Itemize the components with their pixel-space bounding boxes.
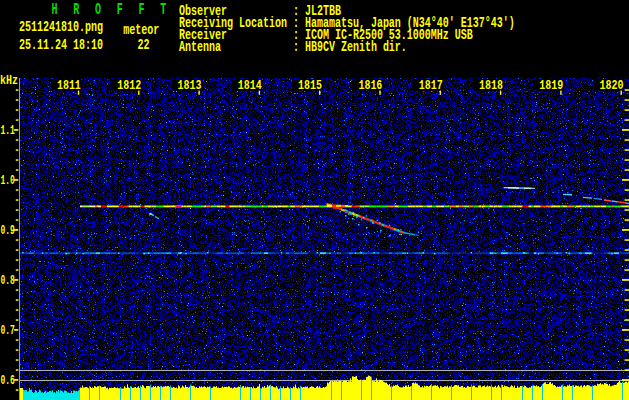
svg-text:25.11.24 18:10: 25.11.24 18:10 (19, 37, 103, 53)
svg-text:1811: 1811 (57, 78, 81, 94)
svg-text:1816: 1816 (358, 78, 382, 94)
svg-text:1812: 1812 (117, 78, 141, 94)
svg-text:2511241810.png: 2511241810.png (19, 19, 103, 35)
svg-text:0.8: 0.8 (1, 274, 15, 287)
svg-text:0.7: 0.7 (1, 324, 15, 337)
svg-text:1817: 1817 (419, 78, 443, 94)
svg-text:kHz: kHz (0, 73, 18, 89)
svg-text:1.1: 1.1 (1, 124, 15, 137)
svg-text:0.9: 0.9 (1, 224, 15, 237)
svg-text:22: 22 (138, 37, 150, 53)
svg-text:1815: 1815 (298, 78, 322, 94)
svg-text:1819: 1819 (539, 78, 563, 94)
svg-text:HROFFT: HROFFT (51, 0, 182, 18)
svg-text:Antenna : HB9CV Zen: Antenna : HB9CV Zenith dir. (179, 40, 407, 56)
svg-text:1.0: 1.0 (1, 174, 15, 187)
svg-text:0.6: 0.6 (1, 374, 15, 387)
svg-text:1813: 1813 (178, 78, 202, 94)
svg-text:1818: 1818 (479, 78, 503, 94)
svg-text:1814: 1814 (238, 78, 262, 94)
svg-text:1820: 1820 (600, 78, 624, 94)
